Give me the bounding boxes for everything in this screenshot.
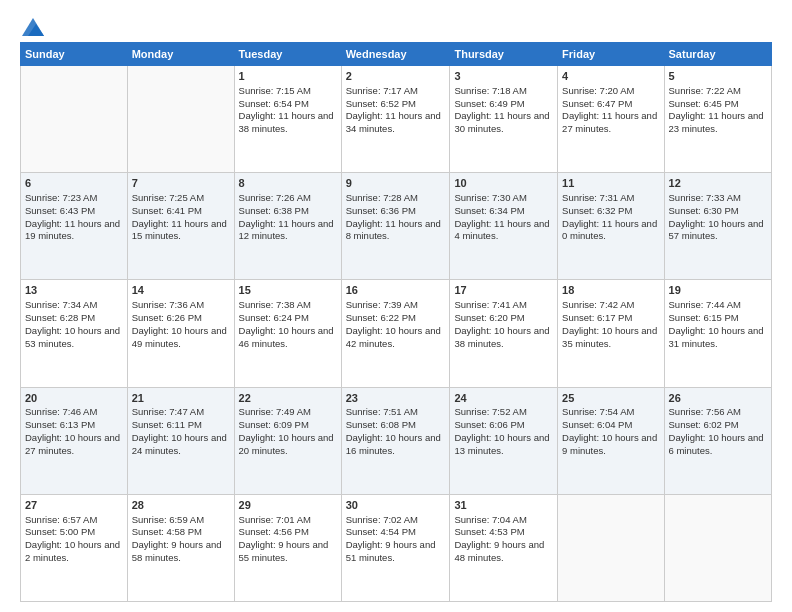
day-cell-25: 25Sunrise: 7:54 AMSunset: 6:04 PMDayligh… xyxy=(558,387,664,494)
page: SundayMondayTuesdayWednesdayThursdayFrid… xyxy=(0,0,792,612)
daylight-label: Daylight: 9 hours and 55 minutes. xyxy=(239,539,329,563)
day-info: Sunrise: 7:15 AMSunset: 6:54 PMDaylight:… xyxy=(239,85,337,136)
day-number: 14 xyxy=(132,283,230,298)
sunset-label: Sunset: 6:52 PM xyxy=(346,98,416,109)
weekday-header-row: SundayMondayTuesdayWednesdayThursdayFrid… xyxy=(21,43,772,66)
day-cell-1: 1Sunrise: 7:15 AMSunset: 6:54 PMDaylight… xyxy=(234,66,341,173)
sunset-label: Sunset: 4:54 PM xyxy=(346,526,416,537)
day-number: 9 xyxy=(346,176,446,191)
sunrise-label: Sunrise: 6:57 AM xyxy=(25,514,97,525)
sunset-label: Sunset: 6:45 PM xyxy=(669,98,739,109)
day-info: Sunrise: 7:22 AMSunset: 6:45 PMDaylight:… xyxy=(669,85,767,136)
daylight-label: Daylight: 9 hours and 58 minutes. xyxy=(132,539,222,563)
sunrise-label: Sunrise: 6:59 AM xyxy=(132,514,204,525)
daylight-label: Daylight: 10 hours and 2 minutes. xyxy=(25,539,120,563)
empty-cell xyxy=(21,66,128,173)
weekday-header-tuesday: Tuesday xyxy=(234,43,341,66)
day-number: 3 xyxy=(454,69,553,84)
sunrise-label: Sunrise: 7:17 AM xyxy=(346,85,418,96)
daylight-label: Daylight: 11 hours and 34 minutes. xyxy=(346,110,441,134)
daylight-label: Daylight: 11 hours and 23 minutes. xyxy=(669,110,764,134)
sunset-label: Sunset: 6:15 PM xyxy=(669,312,739,323)
day-cell-17: 17Sunrise: 7:41 AMSunset: 6:20 PMDayligh… xyxy=(450,280,558,387)
daylight-label: Daylight: 10 hours and 27 minutes. xyxy=(25,432,120,456)
empty-cell xyxy=(558,494,664,601)
day-info: Sunrise: 7:33 AMSunset: 6:30 PMDaylight:… xyxy=(669,192,767,243)
day-cell-21: 21Sunrise: 7:47 AMSunset: 6:11 PMDayligh… xyxy=(127,387,234,494)
daylight-label: Daylight: 10 hours and 46 minutes. xyxy=(239,325,334,349)
day-cell-23: 23Sunrise: 7:51 AMSunset: 6:08 PMDayligh… xyxy=(341,387,450,494)
sunset-label: Sunset: 6:24 PM xyxy=(239,312,309,323)
day-number: 24 xyxy=(454,391,553,406)
day-cell-11: 11Sunrise: 7:31 AMSunset: 6:32 PMDayligh… xyxy=(558,173,664,280)
day-number: 15 xyxy=(239,283,337,298)
weekday-header-monday: Monday xyxy=(127,43,234,66)
day-cell-7: 7Sunrise: 7:25 AMSunset: 6:41 PMDaylight… xyxy=(127,173,234,280)
day-info: Sunrise: 7:41 AMSunset: 6:20 PMDaylight:… xyxy=(454,299,553,350)
day-cell-8: 8Sunrise: 7:26 AMSunset: 6:38 PMDaylight… xyxy=(234,173,341,280)
sunset-label: Sunset: 6:09 PM xyxy=(239,419,309,430)
sunrise-label: Sunrise: 7:39 AM xyxy=(346,299,418,310)
day-number: 8 xyxy=(239,176,337,191)
day-cell-26: 26Sunrise: 7:56 AMSunset: 6:02 PMDayligh… xyxy=(664,387,771,494)
daylight-label: Daylight: 11 hours and 0 minutes. xyxy=(562,218,657,242)
day-cell-5: 5Sunrise: 7:22 AMSunset: 6:45 PMDaylight… xyxy=(664,66,771,173)
sunset-label: Sunset: 4:56 PM xyxy=(239,526,309,537)
sunrise-label: Sunrise: 7:01 AM xyxy=(239,514,311,525)
daylight-label: Daylight: 10 hours and 38 minutes. xyxy=(454,325,549,349)
sunset-label: Sunset: 6:11 PM xyxy=(132,419,202,430)
day-cell-27: 27Sunrise: 6:57 AMSunset: 5:00 PMDayligh… xyxy=(21,494,128,601)
daylight-label: Daylight: 10 hours and 53 minutes. xyxy=(25,325,120,349)
day-cell-19: 19Sunrise: 7:44 AMSunset: 6:15 PMDayligh… xyxy=(664,280,771,387)
daylight-label: Daylight: 10 hours and 16 minutes. xyxy=(346,432,441,456)
sunset-label: Sunset: 4:58 PM xyxy=(132,526,202,537)
week-row-1: 1Sunrise: 7:15 AMSunset: 6:54 PMDaylight… xyxy=(21,66,772,173)
day-cell-10: 10Sunrise: 7:30 AMSunset: 6:34 PMDayligh… xyxy=(450,173,558,280)
sunrise-label: Sunrise: 7:41 AM xyxy=(454,299,526,310)
day-info: Sunrise: 7:36 AMSunset: 6:26 PMDaylight:… xyxy=(132,299,230,350)
day-number: 1 xyxy=(239,69,337,84)
day-info: Sunrise: 7:47 AMSunset: 6:11 PMDaylight:… xyxy=(132,406,230,457)
sunset-label: Sunset: 6:08 PM xyxy=(346,419,416,430)
sunrise-label: Sunrise: 7:20 AM xyxy=(562,85,634,96)
day-info: Sunrise: 7:46 AMSunset: 6:13 PMDaylight:… xyxy=(25,406,123,457)
sunrise-label: Sunrise: 7:33 AM xyxy=(669,192,741,203)
day-number: 19 xyxy=(669,283,767,298)
sunset-label: Sunset: 6:41 PM xyxy=(132,205,202,216)
day-number: 4 xyxy=(562,69,659,84)
day-info: Sunrise: 7:30 AMSunset: 6:34 PMDaylight:… xyxy=(454,192,553,243)
day-info: Sunrise: 7:17 AMSunset: 6:52 PMDaylight:… xyxy=(346,85,446,136)
day-number: 21 xyxy=(132,391,230,406)
sunrise-label: Sunrise: 7:31 AM xyxy=(562,192,634,203)
sunset-label: Sunset: 6:47 PM xyxy=(562,98,632,109)
day-number: 18 xyxy=(562,283,659,298)
weekday-header-friday: Friday xyxy=(558,43,664,66)
sunrise-label: Sunrise: 7:49 AM xyxy=(239,406,311,417)
day-cell-13: 13Sunrise: 7:34 AMSunset: 6:28 PMDayligh… xyxy=(21,280,128,387)
sunrise-label: Sunrise: 7:51 AM xyxy=(346,406,418,417)
day-number: 6 xyxy=(25,176,123,191)
day-cell-31: 31Sunrise: 7:04 AMSunset: 4:53 PMDayligh… xyxy=(450,494,558,601)
sunrise-label: Sunrise: 7:04 AM xyxy=(454,514,526,525)
empty-cell xyxy=(664,494,771,601)
sunrise-label: Sunrise: 7:22 AM xyxy=(669,85,741,96)
sunset-label: Sunset: 6:28 PM xyxy=(25,312,95,323)
sunrise-label: Sunrise: 7:47 AM xyxy=(132,406,204,417)
sunset-label: Sunset: 6:22 PM xyxy=(346,312,416,323)
daylight-label: Daylight: 11 hours and 4 minutes. xyxy=(454,218,549,242)
day-cell-6: 6Sunrise: 7:23 AMSunset: 6:43 PMDaylight… xyxy=(21,173,128,280)
sunrise-label: Sunrise: 7:34 AM xyxy=(25,299,97,310)
sunrise-label: Sunrise: 7:30 AM xyxy=(454,192,526,203)
day-number: 2 xyxy=(346,69,446,84)
day-cell-28: 28Sunrise: 6:59 AMSunset: 4:58 PMDayligh… xyxy=(127,494,234,601)
weekday-header-saturday: Saturday xyxy=(664,43,771,66)
day-info: Sunrise: 7:49 AMSunset: 6:09 PMDaylight:… xyxy=(239,406,337,457)
sunset-label: Sunset: 6:06 PM xyxy=(454,419,524,430)
daylight-label: Daylight: 10 hours and 24 minutes. xyxy=(132,432,227,456)
day-number: 25 xyxy=(562,391,659,406)
day-info: Sunrise: 7:23 AMSunset: 6:43 PMDaylight:… xyxy=(25,192,123,243)
day-cell-3: 3Sunrise: 7:18 AMSunset: 6:49 PMDaylight… xyxy=(450,66,558,173)
day-cell-15: 15Sunrise: 7:38 AMSunset: 6:24 PMDayligh… xyxy=(234,280,341,387)
day-info: Sunrise: 7:18 AMSunset: 6:49 PMDaylight:… xyxy=(454,85,553,136)
sunset-label: Sunset: 6:54 PM xyxy=(239,98,309,109)
